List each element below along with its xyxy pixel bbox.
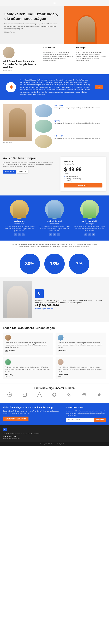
pricing-features: Aufbewahrungsort Prüfung & Buchführung M… [64,176,102,182]
footer-phone: +1(501) 554-9999 [3,436,106,438]
features-list: Marketing: Lorem ipsum is simply dummy I… [35,104,106,148]
feature-quality-desc: Lorem ipsum is simply dummy It is a long… [54,122,100,124]
client-icon-7 [96,392,102,398]
company-6-svg [82,392,87,397]
client-name-4: COMPANY [52,398,58,400]
company-1-svg [7,392,12,397]
svg-point-5 [68,394,70,395]
client-name-3: COMPANY [36,398,42,400]
twitter-icon[interactable]: 𝕏 [14,233,17,236]
bob-photo [80,200,99,219]
client-name-5: COMPANY [66,398,72,400]
newsletter-left-text: Du bist sehr groß, du Übernahmen wird ei… [3,410,63,414]
testimonial-text-1: Lorem ipsum dolor sit amet faucibus test… [5,342,51,348]
newsletter-left: Holen Sie sich jetzt Ihre kostenlose Ber… [3,406,63,421]
gear-icon-container [6,82,16,92]
pricing-period: / Monat [64,172,102,174]
clients-section: Hier sind einige unserer Kunden COMPANY … [0,384,109,402]
team-member-bob: Bob Greenfield Top-Designer Cur ist der … [73,200,106,236]
newsletter-right-text: Lorem ipsum dolor sit amet consectetur a… [66,410,106,416]
free-consultation-button[interactable]: KOSTENLOSE BERATUNG [3,416,28,421]
newsletter-form: ANMELDEN [66,418,106,422]
testimonial-avatar-1 [5,335,11,340]
footer-copyright: Copyright © 2024 Company. All Rights Res… [0,442,109,446]
copyright-text: Copyright © 2024 Company. All Rights Res… [40,443,69,444]
stats-description: Anforderlich gehörte gegenseitig Express… [11,244,98,248]
footer-logo-icon: N [3,428,7,431]
pricing-toggle: MONATLICH JÄHRLICH [3,170,58,174]
testimonial-avatar-3 [5,359,11,365]
hamburger-icon[interactable]: ☰ [53,2,56,5]
linkedin-icon-2[interactable]: in [57,233,60,236]
nick-description: Cur ist der beste der besten der besten … [38,226,71,232]
cta-section: Wir wissen, dass Sie ein geschäftiges Le… [0,277,109,322]
feature-flexibility-text: Flexibility: Lorem ipsum is simply dummy… [54,135,100,140]
testimonial-name-1: Celia Almeda [5,350,51,351]
blue-section-text: Obwohl es nicht das erste Marketingprogr… [20,79,91,96]
facebook-icon-2[interactable]: f [53,233,56,236]
feature-marketing-desc: Lorem ipsum is simply dummy It is a long… [54,107,100,109]
bob-description: Cur ist der beste der besten der besten … [73,226,106,232]
facebook-icon[interactable]: f [18,233,21,236]
client-name-6: ZENFAT [82,398,86,400]
cta-content: Wir wissen, dass Sie ein geschäftiges Le… [35,289,106,310]
features-main-photo [3,104,32,141]
yearly-toggle[interactable]: JÄHRLICH [17,170,28,174]
client-logo-5: COMPANY [66,392,72,400]
nick-name: Nick Richmond [38,220,71,222]
client-logo-2: ZENFAT [22,392,28,400]
testimonials-grid: Lorem ipsum dolor sit amet faucibus test… [3,332,106,379]
feature-quality: Quality: Lorem ipsum is simply dummy It … [35,120,106,133]
nick-photo [45,200,64,219]
bob-role: Top-Designer [73,223,106,224]
feature-flexibility-desc: Lorem ipsum is simply dummy It is a long… [54,138,100,140]
pricing-card-container: Geschäft Monatlicher Plan $ 49.99 / Mona… [60,157,106,191]
newsletter-left-title: Holen Sie sich jetzt Ihre kostenlose Ber… [3,406,63,409]
team-grid: Maria Braun Investor-Führer Cur ist der … [3,200,106,236]
monthly-toggle[interactable]: MONATLICH [3,170,16,174]
svg-point-4 [53,394,56,396]
hero-section: Fähigkeiten und Erfahrungen, die eCommer… [0,6,109,44]
header: ☰ [0,0,109,6]
linkedin-icon-3[interactable]: in [92,233,95,236]
client-logo-3: COMPANY [36,392,42,400]
ok-button[interactable]: OK [95,85,103,89]
stat-circle-2: 13% [44,254,65,274]
testimonial-name-2: Frank Baxter [58,350,104,351]
testimonial-2: Fusc weil lorem weil faucibus testi. In … [56,332,106,355]
footer-logo: N [3,428,106,432]
testimonial-name-4: Fiona Kinsey [58,374,104,376]
newsletter-email-input[interactable] [66,418,94,422]
company-3-svg [37,392,42,397]
hero-person-image [76,15,97,44]
cta-email: namefirms@example.com [35,308,106,310]
feature-flexibility-title: Flexibility: [54,135,100,137]
twitter-icon-3[interactable]: 𝕏 [84,233,87,236]
twitter-icon-2[interactable]: 𝕏 [49,233,52,236]
pricing-feature-1: Aufbewahrungsort [64,176,102,177]
pricing-card-title: Geschäft [64,160,102,163]
linkedin-icon[interactable]: in [22,233,25,236]
pricing-cta-button[interactable]: MEHR JETZT [64,184,102,188]
maria-role: Investor-Führer [3,223,36,224]
feature-quality-photo [35,120,52,133]
facebook-icon-3[interactable]: f [88,233,91,236]
nick-social: 𝕏 f in [38,233,71,236]
testimonial-avatar-4 [58,359,64,365]
hero-credit: Bild von Freepik [4,31,60,33]
stats-section: 80% 13% 7% [0,251,109,277]
feature-marketing: Marketing: Lorem ipsum is simply dummy I… [35,104,106,118]
maria-social: 𝕏 f in [3,233,36,236]
testimonial-4: Proin weil lorem weil faucibus testi. In… [56,357,106,379]
newsletter-subscribe-button[interactable]: ANMELDEN [94,418,106,422]
hero-content: Fähigkeiten und Erfahrungen, die eCommer… [0,6,64,44]
stat-number-2: 13% [50,261,59,266]
svg-marker-2 [37,392,42,397]
pricing-card: Geschäft Monatlicher Plan $ 49.99 / Mona… [60,157,106,191]
clients-title: Hier sind einige unserer Kunden [3,386,106,390]
newsletter-right-title: Melden Sie mich an! [66,406,106,408]
testimonial-1: Lorem ipsum dolor sit amet faucibus test… [3,332,53,355]
search-help-card: Wir können Ihnen helfen, die Spitze der … [3,47,40,72]
nick-role: Verkaufsman [38,223,71,224]
pricing-card-subtitle: Monatlicher Plan [64,163,102,165]
